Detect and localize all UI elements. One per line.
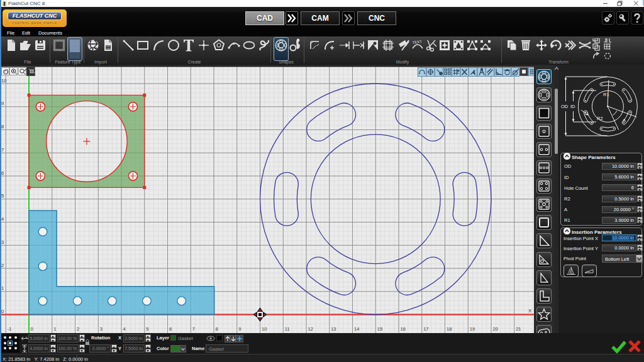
svg-text:12: 12 [308,326,313,332]
svg-text:13: 13 [331,326,336,332]
svg-text:R2: R2 [597,116,603,121]
svg-text:18: 18 [447,326,452,332]
svg-text:10: 10 [262,326,267,332]
svg-text:R1: R1 [603,92,609,97]
svg-text:0: 0 [1,309,4,314]
svg-text:2: 2 [1,263,4,268]
svg-text:X: X [528,308,532,314]
svg-text:21: 21 [516,326,521,332]
svg-text:9: 9 [1,101,4,106]
svg-text:15: 15 [377,326,382,332]
svg-text:1: 1 [1,285,4,291]
svg-text:8: 8 [1,124,4,129]
svg-text:0: 0 [31,326,33,332]
svg-text:16: 16 [401,326,406,332]
svg-text:19: 19 [470,326,475,332]
svg-text:6: 6 [1,170,4,176]
svg-text:4: 4 [123,326,126,332]
svg-text:20: 20 [493,326,498,332]
svg-text:6: 6 [169,326,172,332]
svg-text:ID: ID [570,104,575,109]
svg-text:3: 3 [1,239,4,245]
svg-text:TEXT: TEXT [412,40,422,45]
svg-text:7: 7 [1,147,4,153]
svg-text:1: 1 [53,326,56,332]
svg-text:2: 2 [77,326,79,332]
svg-text:14: 14 [354,326,359,332]
svg-text:-1: -1 [8,326,12,332]
svg-text:8: 8 [216,326,218,332]
svg-text:OD: OD [561,104,569,109]
svg-text:7: 7 [192,326,195,332]
svg-text:5: 5 [146,326,148,332]
svg-text:5: 5 [1,193,4,199]
svg-text:17: 17 [423,326,428,332]
svg-text:10: 10 [1,78,6,84]
svg-text:4: 4 [1,216,4,222]
svg-text:9: 9 [238,326,241,332]
svg-text:3: 3 [100,326,103,332]
svg-text:DWG: DWG [106,48,112,50]
svg-text:A: A [623,118,626,123]
svg-text:11: 11 [285,326,290,332]
